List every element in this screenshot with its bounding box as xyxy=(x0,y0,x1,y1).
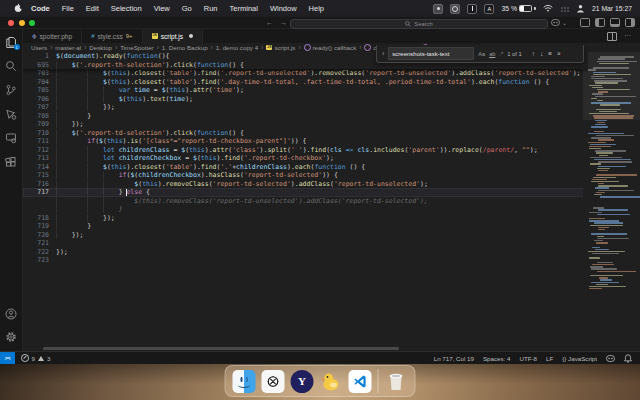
chatgpt-dock-icon[interactable] xyxy=(262,370,285,393)
code-line[interactable]: 710 $('.report-td-selection').click(func… xyxy=(23,129,588,138)
statusbar-item[interactable]: {} JavaScript xyxy=(562,355,597,362)
control-center-icon[interactable] xyxy=(560,6,569,12)
tray-app-icon-3[interactable] xyxy=(467,4,477,14)
problems-indicator[interactable]: 9 3 xyxy=(21,354,50,362)
menu-item-code[interactable]: Code xyxy=(25,4,56,13)
extensions-icon[interactable] xyxy=(5,155,18,168)
close-window-button[interactable] xyxy=(8,20,14,26)
statusbar-item[interactable]: Spaces: 4 xyxy=(483,355,511,362)
breadcrumb-item[interactable]: JSscript.js xyxy=(266,44,295,51)
code-line[interactable]: 715 if($(childrenCheckbox).hasClass('rep… xyxy=(23,171,588,180)
menubar-clock[interactable]: 21 Mar 15:27 xyxy=(592,5,632,12)
tray-app-icon-2[interactable] xyxy=(450,4,460,14)
remote-explorer-icon[interactable] xyxy=(5,131,18,144)
code-line[interactable]: 714 $(this).closest('table').find('.'+ch… xyxy=(23,163,588,172)
code-line[interactable]: 703 $(this).closest('table').find('.repo… xyxy=(23,69,588,78)
split-editor-icon[interactable] xyxy=(607,32,617,41)
remote-indicator[interactable]: >< xyxy=(0,352,15,364)
unsaved-changes-dot[interactable] xyxy=(189,34,193,38)
menu-item-file[interactable]: File xyxy=(56,4,80,13)
code-line[interactable]: 708 } xyxy=(23,112,588,121)
regex-icon[interactable]: .* xyxy=(499,51,503,57)
minimize-window-button[interactable] xyxy=(19,20,25,26)
breadcrumb-item[interactable]: 1. Demo Backup xyxy=(162,44,208,51)
minimap-slider[interactable] xyxy=(583,52,640,120)
duck-dock-icon[interactable] xyxy=(320,370,343,393)
battery-indicator[interactable]: 35 % xyxy=(501,5,536,13)
statusbar-item[interactable]: LF xyxy=(546,355,553,362)
code-line[interactable]: 704 $(this).closest('table').find('.day-… xyxy=(23,78,588,87)
settings-gear-icon[interactable] xyxy=(5,330,18,343)
trash-dock-icon[interactable] xyxy=(385,370,408,393)
browser-y-dock-icon[interactable]: Y xyxy=(291,370,314,393)
notifications-bell-icon[interactable] xyxy=(624,354,632,363)
tab-script.js[interactable]: JSscript.js xyxy=(143,29,204,43)
toggle-replace-icon[interactable]: › xyxy=(382,50,384,57)
code-line[interactable]: 722}); xyxy=(23,248,588,257)
code-line[interactable]: 721 xyxy=(23,239,588,248)
find-in-selection-icon[interactable]: ≡ xyxy=(548,50,552,57)
breadcrumb-item[interactable]: Users xyxy=(31,44,47,51)
finder-dock-icon[interactable] xyxy=(233,370,256,393)
code-line[interactable]: 707 }); xyxy=(23,103,588,112)
menu-item-window[interactable]: Window xyxy=(264,4,303,13)
explorer-icon[interactable]: 1 xyxy=(5,35,18,48)
more-actions-icon[interactable]: ⋯ xyxy=(624,32,631,40)
maximize-window-button[interactable] xyxy=(29,20,35,26)
ghost-suggestion-line[interactable]: $(this).removeClass('report-td-unselecte… xyxy=(23,197,588,206)
go-forward-button[interactable]: → xyxy=(280,19,287,26)
ghost-suggestion-line[interactable]: } xyxy=(23,205,588,214)
code-line[interactable]: 719 } xyxy=(23,222,588,231)
code-editor[interactable]: 1$(document).ready(function(){695 $('.re… xyxy=(23,52,640,351)
tray-app-icon-1[interactable] xyxy=(433,4,443,14)
apple-menu-icon[interactable] xyxy=(8,3,25,14)
code-line[interactable]: 713 let childrenCheckbox = $(this).find(… xyxy=(23,154,588,163)
customize-layout-icon[interactable] xyxy=(580,18,590,27)
code-line[interactable]: 706 $(this).text(time); xyxy=(23,95,588,104)
accounts-icon[interactable] xyxy=(5,307,18,320)
breadcrumb-item[interactable]: TimeSpotter xyxy=(120,44,153,51)
previous-match-icon[interactable]: ↑ xyxy=(532,50,535,57)
horizontal-scrollbar[interactable] xyxy=(43,347,399,350)
window-titlebar[interactable]: ← → Search ⌄ xyxy=(0,17,640,29)
statusbar-item[interactable]: Ln 717, Col 19 xyxy=(434,355,474,362)
code-line[interactable]: 720 }); xyxy=(23,231,588,240)
find-input[interactable] xyxy=(388,47,474,60)
code-line[interactable]: 718 }); xyxy=(23,214,588,223)
code-line[interactable]: 709 }); xyxy=(23,120,588,129)
search-icon[interactable] xyxy=(5,59,18,72)
copilot-status-icon[interactable] xyxy=(606,355,615,362)
whole-word-icon[interactable]: ab xyxy=(489,51,495,57)
vscode-dock-icon[interactable] xyxy=(349,370,372,393)
tray-app-icon-4[interactable]: A xyxy=(484,4,494,14)
menu-item-edit[interactable]: Edit xyxy=(80,4,105,13)
minimap[interactable] xyxy=(583,52,640,351)
code-line[interactable]: 711 if($(this).is('[class*="report-td-ch… xyxy=(23,137,588,146)
menu-item-go[interactable]: Go xyxy=(176,4,198,13)
match-case-icon[interactable]: Aa xyxy=(478,51,485,57)
menu-item-view[interactable]: View xyxy=(148,4,176,13)
code-line[interactable]: 716 $(this).removeClass('report-td-selec… xyxy=(23,180,588,189)
statusbar-item[interactable]: UTF-8 xyxy=(519,355,537,362)
code-line[interactable]: 717 } else { xyxy=(23,188,588,197)
command-center-search[interactable]: Search xyxy=(290,19,548,29)
source-control-icon[interactable] xyxy=(5,83,18,96)
toggle-panel-icon[interactable] xyxy=(610,18,620,27)
tab-spotter.php[interactable]: ϕspotter.php xyxy=(23,29,82,43)
user-switcher-icon[interactable] xyxy=(576,4,585,14)
menu-item-selection[interactable]: Selection xyxy=(105,4,148,13)
breadcrumb-item[interactable]: master-al xyxy=(55,44,81,51)
breadcrumb-item[interactable]: 1. demo copy 4 xyxy=(216,44,258,51)
code-line[interactable]: 712 let childrenClass = $(this).attr('cl… xyxy=(23,146,588,155)
code-line[interactable]: 705 var time = $(this).attr('time'); xyxy=(23,86,588,95)
tab-style.css[interactable]: #style.css9+ xyxy=(82,29,142,43)
next-match-icon[interactable]: ↓ xyxy=(540,50,543,57)
close-find-icon[interactable]: × xyxy=(557,50,561,57)
copilot-menu-button[interactable]: ⌄ xyxy=(551,19,567,26)
toggle-sidebar-icon[interactable] xyxy=(595,18,605,27)
menu-item-terminal[interactable]: Terminal xyxy=(224,4,264,13)
menu-item-help[interactable]: Help xyxy=(303,4,330,13)
code-line[interactable]: 723 xyxy=(23,256,588,265)
go-back-button[interactable]: ← xyxy=(266,19,273,26)
run-and-debug-icon[interactable] xyxy=(5,107,18,120)
